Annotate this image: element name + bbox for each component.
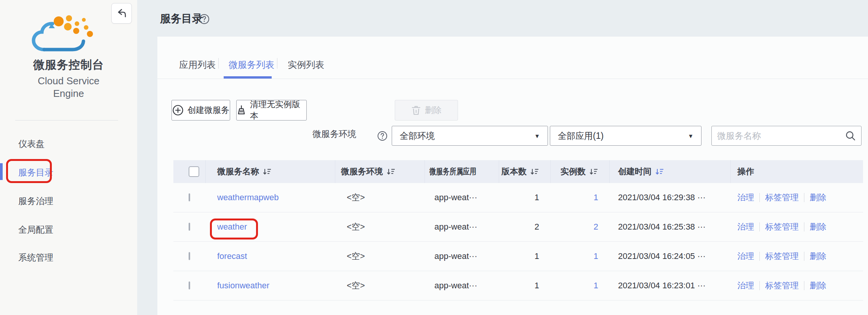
microservice-search[interactable] xyxy=(711,126,862,146)
app-select[interactable]: 全部应用(1) ▼ xyxy=(550,126,701,146)
env-filter-label: 微服务环境 xyxy=(312,128,356,140)
microservice-name-link[interactable]: forecast xyxy=(217,251,247,261)
instance-count-link[interactable]: 1 xyxy=(594,281,598,291)
action-separator xyxy=(804,193,804,202)
govern-action[interactable]: 治理 xyxy=(737,251,754,262)
tab-separator xyxy=(277,58,277,69)
table-header-row: 微服务名称 微服务环境 微服务所属应用 xyxy=(173,160,863,183)
cloud-service-engine-logo xyxy=(30,13,94,56)
col-header-name[interactable]: 微服务名称 xyxy=(206,160,335,183)
app-select-value: 全部应用(1) xyxy=(558,130,604,142)
main-area: 服务目录 应用列表 微服务列表 实例列表 创建微服务 清理无实例 xyxy=(137,0,868,315)
microservice-name-link[interactable]: fusionweather xyxy=(217,281,269,290)
active-menu-indicator xyxy=(0,163,3,180)
sidebar-item-system-management[interactable]: 系统管理 xyxy=(18,252,53,264)
action-separator xyxy=(759,222,760,231)
delete-button-label: 删除 xyxy=(425,104,442,116)
action-separator xyxy=(804,252,804,261)
instance-count-link[interactable]: 2 xyxy=(594,222,598,232)
action-separator xyxy=(759,252,760,261)
tag-management-action[interactable]: 标签管理 xyxy=(765,251,799,262)
table-row: weather <空> app-weat··· 2 2 2021/03/04 1… xyxy=(173,212,863,242)
instance-count-link[interactable]: 1 xyxy=(594,251,598,261)
sidebar-item-service-catalog[interactable]: 服务目录 xyxy=(18,167,53,178)
govern-action[interactable]: 治理 xyxy=(737,280,754,291)
sidebar: 微服务控制台 Cloud Service Engine 仪表盘 服务目录 服务治… xyxy=(0,0,137,315)
govern-action[interactable]: 治理 xyxy=(737,192,754,203)
col-header-created[interactable]: 创建时间 xyxy=(610,160,731,183)
col-header-actions: 操作 xyxy=(731,160,863,183)
col-header-versions[interactable]: 版本数 xyxy=(499,160,551,183)
tab-separator xyxy=(218,58,219,69)
chevron-down-icon: ▼ xyxy=(534,133,540,139)
clean-versions-button[interactable]: 清理无实例版本 xyxy=(236,100,307,121)
delete-action[interactable]: 删除 xyxy=(810,192,826,203)
govern-action[interactable]: 治理 xyxy=(737,221,754,233)
tag-management-action[interactable]: 标签管理 xyxy=(765,221,799,233)
clean-versions-label: 清理无实例版本 xyxy=(250,99,306,122)
delete-action[interactable]: 删除 xyxy=(810,280,826,291)
tab-application-list[interactable]: 应用列表 xyxy=(179,59,216,71)
tab-microservice-list[interactable]: 微服务列表 xyxy=(229,59,274,71)
row-checkbox[interactable] xyxy=(189,223,190,231)
col-header-env[interactable]: 微服务环境 xyxy=(335,160,425,183)
console-title: 微服务控制台 xyxy=(0,57,137,73)
sidebar-divider xyxy=(15,120,118,121)
microservice-name-link[interactable]: weather xyxy=(217,222,247,231)
help-icon[interactable] xyxy=(199,14,210,24)
microservice-table: 微服务名称 微服务环境 微服务所属应用 xyxy=(173,160,863,301)
sidebar-item-dashboard[interactable]: 仪表盘 xyxy=(18,138,45,150)
delete-button[interactable]: 删除 xyxy=(395,100,458,121)
select-all-checkbox[interactable] xyxy=(189,166,199,177)
collapse-back-button[interactable] xyxy=(111,3,132,24)
tag-management-action[interactable]: 标签管理 xyxy=(765,192,799,203)
back-arrow-icon xyxy=(117,8,127,18)
tab-instance-list[interactable]: 实例列表 xyxy=(288,59,324,71)
table-row: forecast <空> app-weat··· 1 1 2021/03/04 … xyxy=(173,242,863,271)
col-header-app[interactable]: 微服务所属应用 xyxy=(425,160,499,183)
action-separator xyxy=(804,222,804,231)
sort-icon[interactable] xyxy=(387,168,395,175)
clean-icon xyxy=(237,105,246,116)
sidebar-item-global-config[interactable]: 全局配置 xyxy=(18,224,53,236)
delete-action[interactable]: 删除 xyxy=(810,251,826,262)
table-row: fusionweather <空> app-weat··· 1 1 2021/0… xyxy=(173,271,863,301)
trash-icon xyxy=(411,105,421,116)
create-microservice-label: 创建微服务 xyxy=(187,104,229,116)
row-checkbox[interactable] xyxy=(189,252,190,260)
tag-management-action[interactable]: 标签管理 xyxy=(765,280,799,291)
env-select[interactable]: 全部环境 ▼ xyxy=(392,126,548,146)
instance-count-link[interactable]: 1 xyxy=(594,193,598,202)
action-separator xyxy=(759,281,760,290)
action-separator xyxy=(804,281,804,290)
sort-icon[interactable] xyxy=(263,168,271,175)
sort-icon[interactable] xyxy=(589,168,598,175)
sort-icon[interactable] xyxy=(530,168,539,175)
env-help-icon[interactable] xyxy=(377,131,388,141)
col-header-instances[interactable]: 实例数 xyxy=(551,160,610,183)
search-input[interactable] xyxy=(717,131,845,141)
console-subtitle: Cloud Service Engine xyxy=(25,75,112,100)
sort-icon-active[interactable] xyxy=(655,168,664,175)
plus-circle-icon xyxy=(172,104,184,116)
chevron-down-icon: ▼ xyxy=(688,133,693,139)
row-checkbox[interactable] xyxy=(189,281,190,289)
create-microservice-button[interactable]: 创建微服务 xyxy=(171,100,230,121)
microservice-name-link[interactable]: weathermapweb xyxy=(217,193,279,202)
row-checkbox[interactable] xyxy=(189,193,190,201)
table-row: weathermapweb <空> app-weat··· 1 1 2021/0… xyxy=(173,183,863,212)
delete-action[interactable]: 删除 xyxy=(810,221,826,233)
env-select-value: 全部环境 xyxy=(400,130,435,142)
content-card: 应用列表 微服务列表 实例列表 创建微服务 清理无实例版本 xyxy=(157,37,868,315)
search-icon[interactable] xyxy=(845,130,856,141)
page-title: 服务目录 xyxy=(160,11,203,26)
action-separator xyxy=(759,193,760,202)
tabs-bottom-border xyxy=(157,79,868,79)
sidebar-item-service-governance[interactable]: 服务治理 xyxy=(18,195,53,207)
